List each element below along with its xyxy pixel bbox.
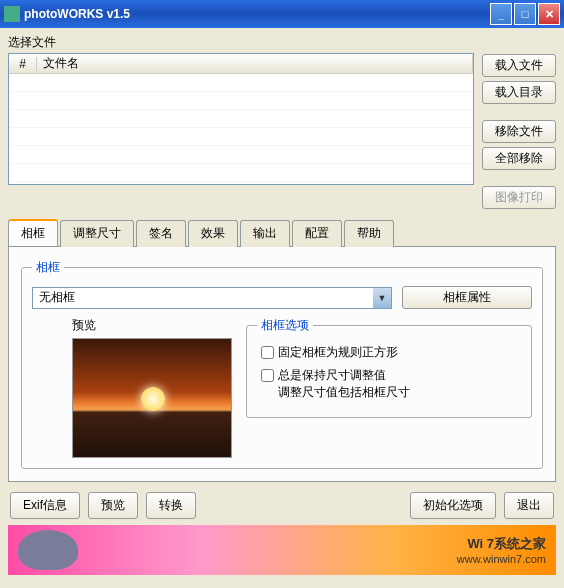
tab-help[interactable]: 帮助 <box>344 220 394 247</box>
tab-output[interactable]: 输出 <box>240 220 290 247</box>
frame-dropdown[interactable]: 无相框 ▼ <box>32 287 392 309</box>
file-table: # 文件名 <box>8 53 474 185</box>
footer-banner: Wi 7系统之家 www.winwin7.com <box>8 525 556 575</box>
frame-fieldset: 相框 无相框 ▼ 相框属性 预览 <box>21 259 543 469</box>
app-icon <box>4 6 20 22</box>
file-section-label: 选择文件 <box>8 34 56 51</box>
init-button[interactable]: 初始化选项 <box>410 492 496 519</box>
window-title: photoWORKS v1.5 <box>24 7 488 21</box>
tab-content: 相框 无相框 ▼ 相框属性 预览 <box>8 247 556 482</box>
tab-frame[interactable]: 相框 <box>8 219 58 246</box>
minimize-button[interactable]: _ <box>490 3 512 25</box>
banner-url: www.winwin7.com <box>457 553 546 565</box>
frame-options-fieldset: 相框选项 固定相框为规则正方形 总是保持尺寸调整值 调整尺寸值包括相框尺寸 <box>246 317 532 418</box>
frame-properties-button[interactable]: 相框属性 <box>402 286 532 309</box>
load-dir-button[interactable]: 载入目录 <box>482 81 556 104</box>
banner-brand: Wi 7系统之家 <box>457 535 546 553</box>
remove-all-button[interactable]: 全部移除 <box>482 147 556 170</box>
col-name-header[interactable]: 文件名 <box>37 55 473 72</box>
col-num-header[interactable]: # <box>9 57 37 71</box>
opt-square-checkbox[interactable] <box>261 346 274 359</box>
remove-file-button[interactable]: 移除文件 <box>482 120 556 143</box>
frame-options-legend: 相框选项 <box>257 317 313 334</box>
close-button[interactable]: ✕ <box>538 3 560 25</box>
tab-resize[interactable]: 调整尺寸 <box>60 220 134 247</box>
opt-square-label: 固定相框为规则正方形 <box>278 344 398 361</box>
convert-button[interactable]: 转换 <box>146 492 196 519</box>
preview-label: 预览 <box>72 317 232 334</box>
tab-bar: 相框 调整尺寸 签名 效果 输出 配置 帮助 <box>8 219 556 247</box>
load-file-button[interactable]: 载入文件 <box>482 54 556 77</box>
opt-keep-size-checkbox[interactable] <box>261 369 274 382</box>
file-table-header: # 文件名 <box>9 54 473 74</box>
exif-button[interactable]: Exif信息 <box>10 492 80 519</box>
print-button[interactable]: 图像打印 <box>482 186 556 209</box>
chevron-down-icon[interactable]: ▼ <box>373 288 391 308</box>
banner-mascot-icon <box>18 530 78 570</box>
frame-dropdown-value: 无相框 <box>33 289 373 306</box>
tab-effects[interactable]: 效果 <box>188 220 238 247</box>
maximize-button[interactable]: □ <box>514 3 536 25</box>
titlebar: photoWORKS v1.5 _ □ ✕ <box>0 0 564 28</box>
preview-button[interactable]: 预览 <box>88 492 138 519</box>
exit-button[interactable]: 退出 <box>504 492 554 519</box>
file-table-body[interactable] <box>9 74 473 184</box>
opt-keep-size-label-1: 总是保持尺寸调整值 <box>278 367 410 384</box>
frame-legend: 相框 <box>32 259 64 276</box>
tab-signature[interactable]: 签名 <box>136 220 186 247</box>
opt-keep-size-label-2: 调整尺寸值包括相框尺寸 <box>278 384 410 401</box>
tab-config[interactable]: 配置 <box>292 220 342 247</box>
preview-image <box>72 338 232 458</box>
